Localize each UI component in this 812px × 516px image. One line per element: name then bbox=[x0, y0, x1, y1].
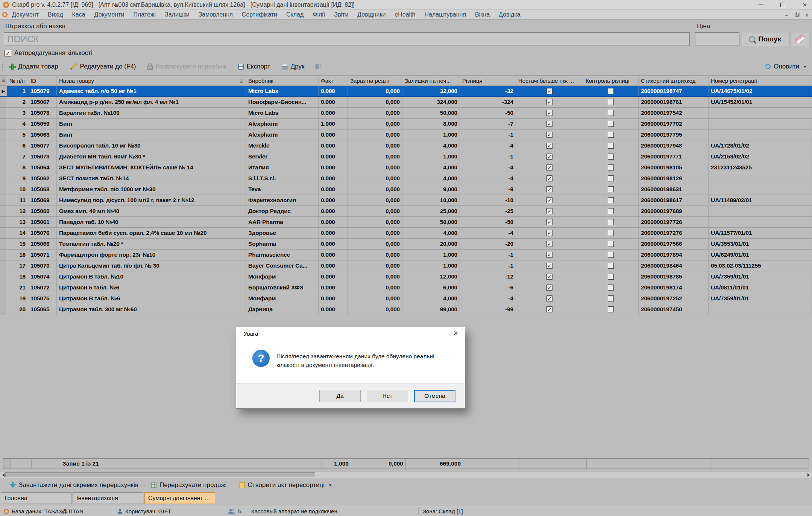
menu-item[interactable]: Вихід bbox=[43, 11, 68, 18]
row-selector[interactable] bbox=[0, 151, 7, 162]
no-button[interactable]: Нет bbox=[367, 390, 408, 402]
mdi-restore-button[interactable] bbox=[795, 13, 799, 17]
control-checkbox[interactable] bbox=[608, 132, 614, 138]
row-selector[interactable] bbox=[0, 271, 7, 282]
export-button[interactable]: Експорт bbox=[238, 63, 270, 70]
table-row[interactable]: 9105062ЗЕСТ позитив табл. №14S.l.l.T.S.r… bbox=[0, 173, 812, 184]
tab-1[interactable]: Головна bbox=[1, 492, 71, 504]
row-selector[interactable] bbox=[0, 119, 7, 129]
control-checkbox[interactable] bbox=[608, 99, 614, 105]
table-row[interactable]: 12105060Омез амп. 40 мл №40Доктор Реддис… bbox=[0, 206, 812, 217]
control-checkbox[interactable] bbox=[608, 241, 614, 247]
yes-button[interactable]: Да bbox=[319, 390, 361, 402]
shortage-checkbox[interactable]: ✓ bbox=[546, 295, 552, 301]
col-header-manufacturer[interactable]: Виробник bbox=[246, 76, 319, 85]
shortage-checkbox[interactable]: ✓ bbox=[546, 208, 552, 214]
mdi-minimize-button[interactable] bbox=[785, 15, 788, 16]
control-checkbox[interactable] bbox=[608, 110, 614, 116]
shortage-checkbox[interactable]: ✓ bbox=[546, 285, 552, 291]
table-row[interactable]: 11105069Нимесулид пор. д/сусп. 100 мг/2 … bbox=[0, 195, 812, 206]
create-act-button[interactable]: Створити акт пересортиці ▾ bbox=[240, 481, 332, 489]
shortage-checkbox[interactable]: ✓ bbox=[546, 252, 552, 258]
menu-item[interactable]: Сертифікати bbox=[237, 11, 282, 18]
row-selector[interactable] bbox=[0, 250, 7, 260]
table-row[interactable]: 15105066Темпалгин табл. №20 *Sopharma0.0… bbox=[0, 239, 812, 250]
row-selector[interactable] bbox=[0, 293, 7, 304]
row-selector[interactable] bbox=[0, 108, 7, 118]
row-selector[interactable] bbox=[0, 304, 7, 315]
clear-button[interactable] bbox=[791, 32, 809, 46]
control-checkbox[interactable] bbox=[608, 121, 614, 127]
table-row[interactable]: ▶1105079Адамакс табл. п/о 50 мг №1Micro … bbox=[0, 86, 812, 97]
col-header-control[interactable]: Контроль різниці bbox=[583, 76, 639, 85]
table-row[interactable]: 4105059БинтAlexpharm1.0000,0008,000-7✓20… bbox=[0, 119, 812, 129]
menu-item[interactable]: Документ bbox=[8, 11, 43, 18]
mdi-close-button[interactable]: x bbox=[806, 12, 809, 17]
control-checkbox[interactable] bbox=[608, 154, 614, 160]
shortage-checkbox[interactable]: ✓ bbox=[546, 197, 552, 203]
col-header-diff[interactable]: Різниця bbox=[460, 76, 516, 85]
shortage-checkbox[interactable]: ✓ bbox=[546, 219, 552, 225]
shortage-checkbox[interactable]: ✓ bbox=[546, 164, 552, 170]
table-row[interactable]: 20105065Цитрамон табл. 300 мг №60Дарница… bbox=[0, 304, 812, 315]
control-checkbox[interactable] bbox=[608, 186, 614, 192]
row-selector[interactable] bbox=[0, 184, 7, 195]
shortage-checkbox[interactable]: ✓ bbox=[546, 241, 552, 247]
shortage-checkbox[interactable]: ✓ bbox=[546, 274, 552, 280]
menu-item[interactable]: Платежі bbox=[129, 11, 161, 18]
menu-item[interactable]: Вікна bbox=[471, 11, 494, 18]
shortage-checkbox[interactable]: ✓ bbox=[546, 175, 552, 181]
row-selector[interactable] bbox=[0, 195, 7, 205]
menu-item[interactable]: Налаштування bbox=[420, 11, 471, 18]
control-checkbox[interactable] bbox=[608, 143, 614, 149]
toolbar-grip[interactable] bbox=[2, 62, 3, 71]
menu-item[interactable]: Довідка bbox=[494, 11, 525, 18]
col-header-number[interactable]: № п/п bbox=[7, 76, 28, 85]
minimize-button[interactable] bbox=[759, 5, 763, 5]
table-row[interactable]: 21105072Цитрамон 5 табл. №6Борщаговский … bbox=[0, 282, 812, 293]
control-checkbox[interactable] bbox=[608, 175, 614, 181]
search-input[interactable] bbox=[4, 32, 690, 46]
tab-2[interactable]: Інвентаризація bbox=[73, 492, 143, 504]
control-checkbox[interactable] bbox=[608, 285, 614, 291]
control-checkbox[interactable] bbox=[608, 263, 614, 269]
col-header-name[interactable]: Назва товару △ bbox=[57, 76, 246, 85]
shortage-checkbox[interactable]: ✓ bbox=[546, 263, 552, 269]
shortage-checkbox[interactable]: ✓ bbox=[546, 306, 552, 312]
maximize-button[interactable] bbox=[780, 3, 785, 7]
dialog-close-icon[interactable]: × bbox=[448, 328, 463, 339]
menu-item[interactable]: Філії bbox=[308, 11, 329, 18]
menu-item[interactable]: Документи bbox=[90, 11, 129, 18]
row-selector[interactable] bbox=[0, 97, 7, 107]
col-header-barcode[interactable]: Стикерний штрихкод bbox=[639, 76, 709, 85]
header-gutter[interactable] bbox=[0, 76, 7, 85]
row-selector[interactable] bbox=[0, 217, 7, 227]
row-selector[interactable] bbox=[0, 239, 7, 249]
shortage-checkbox[interactable]: ✓ bbox=[546, 230, 552, 236]
table-row[interactable]: 10105068Метформин табл. п/о 1000 мг №30T… bbox=[0, 184, 812, 195]
row-selector[interactable] bbox=[0, 228, 7, 238]
shortage-checkbox[interactable]: ✓ bbox=[546, 143, 552, 149]
row-selector[interactable] bbox=[0, 260, 7, 271]
shortage-checkbox[interactable]: ✓ bbox=[546, 110, 552, 116]
control-checkbox[interactable] bbox=[608, 295, 614, 301]
table-row[interactable]: 14105076Парацетамол беби сусп. орал. 2,4… bbox=[0, 228, 812, 239]
control-checkbox[interactable] bbox=[608, 208, 614, 214]
edit-button[interactable]: Редагувати до (F4) bbox=[70, 63, 136, 70]
table-row[interactable]: 17105070Цитра Кальцемин таб. п/о фл. № 3… bbox=[0, 260, 812, 271]
table-row[interactable]: 3105078Баралгин табл. №100Micro Labs0.00… bbox=[0, 108, 812, 119]
row-selector[interactable] bbox=[0, 206, 7, 216]
shortage-checkbox[interactable]: ✓ bbox=[546, 121, 552, 127]
col-header-reg[interactable]: Номер регістрації bbox=[709, 76, 812, 85]
refresh-button[interactable]: Оновити ▾ bbox=[765, 63, 812, 70]
shortage-checkbox[interactable]: ✓ bbox=[546, 186, 552, 192]
row-selector[interactable] bbox=[0, 129, 7, 140]
shortage-checkbox[interactable]: ✓ bbox=[546, 154, 552, 160]
control-checkbox[interactable] bbox=[608, 164, 614, 170]
recalc-sales-button[interactable]: Перерахувати продажі bbox=[151, 481, 227, 489]
row-selector[interactable] bbox=[0, 140, 7, 151]
menu-item[interactable]: eHealth bbox=[390, 11, 420, 18]
price-input[interactable] bbox=[695, 32, 739, 46]
scrollbar-thumb[interactable] bbox=[5, 472, 315, 477]
table-row[interactable]: 5105063БинтAlexpharm0.0000,0001,000-1✓20… bbox=[0, 129, 812, 140]
